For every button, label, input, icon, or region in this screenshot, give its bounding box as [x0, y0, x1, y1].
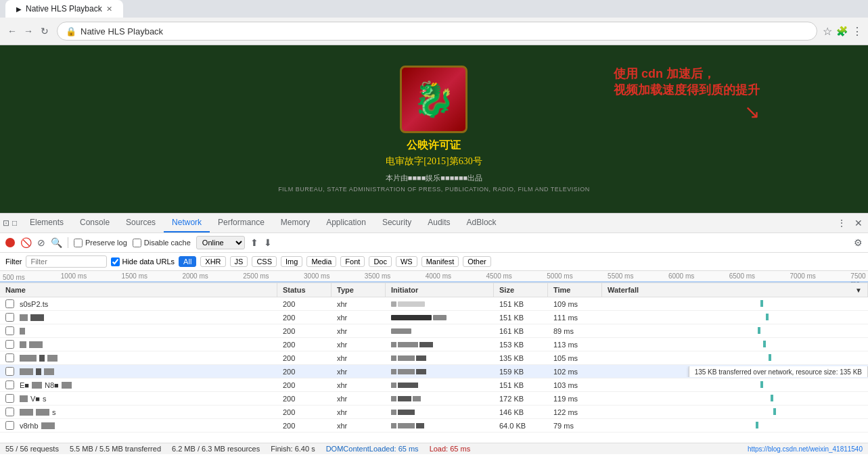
cell-time: 111 ms — [548, 312, 602, 323]
badge-subtitle: 电审故字[2015]第630号 — [278, 155, 590, 168]
cell-initiator — [386, 381, 494, 389]
resources-size: 6.2 MB / 6.3 MB resources — [172, 445, 260, 453]
table-row[interactable]: V■ s 200 xhr 172 KB 119 ms — [0, 392, 868, 405]
tab-memory[interactable]: Memory — [273, 214, 318, 232]
table-row[interactable]: s0sP2.ts 200 xhr 151 KB 109 ms — [0, 297, 868, 311]
filter-js-button[interactable]: JS — [230, 256, 248, 267]
filter-font-button[interactable]: Font — [340, 256, 365, 267]
table-row[interactable]: s 200 xhr 146 KB 122 ms — [0, 405, 868, 419]
throttle-select[interactable]: Online Fast 3G Slow 3G Offline — [196, 236, 245, 249]
tab-close-icon[interactable]: ✕ — [106, 5, 112, 14]
filter-media-button[interactable]: Media — [306, 256, 336, 267]
row-checkbox[interactable] — [5, 340, 14, 349]
devtools-panel-controls: ⊡ □ — [3, 218, 22, 228]
filter-other-button[interactable]: Other — [463, 256, 491, 267]
address-bar[interactable]: 🔒 Native HLS Playback — [57, 22, 817, 41]
cell-name — [0, 366, 277, 377]
close-devtools-icon[interactable]: ✕ — [852, 215, 865, 231]
undock-icon[interactable]: ⊡ — [3, 218, 9, 228]
row-checkbox[interactable] — [5, 353, 14, 362]
extensions-icon[interactable]: 🧩 — [836, 26, 848, 36]
cell-size: 161 KB — [494, 326, 548, 337]
tab-console[interactable]: Console — [72, 214, 118, 232]
cell-type: xhr — [332, 393, 386, 404]
cell-name — [0, 339, 277, 350]
badge-container: 🐉 公映许可证 电审故字[2015]第630号 本片由■■■■娱乐■■■■■■出… — [278, 66, 590, 193]
filter-bar: Filter Hide data URLs All XHR JS CSS Img… — [0, 253, 868, 271]
cell-waterfall — [602, 312, 868, 323]
load-time: Load: 65 ms — [430, 445, 471, 453]
record-button[interactable] — [5, 238, 15, 247]
disable-cache-checkbox[interactable] — [133, 239, 141, 247]
filter-img-button[interactable]: Img — [281, 256, 302, 267]
header-status[interactable]: Status — [277, 283, 332, 297]
tab-network[interactable]: Network — [164, 214, 210, 232]
more-icon[interactable]: ⋮ — [852, 25, 863, 38]
header-waterfall[interactable]: Waterfall ▼ — [602, 283, 868, 297]
row-checkbox[interactable] — [5, 313, 14, 322]
browser-tab[interactable]: ▶ Native HLS Playback ✕ — [5, 0, 123, 18]
tab-security[interactable]: Security — [374, 214, 419, 232]
cell-size: 153 KB — [494, 339, 548, 350]
header-time[interactable]: Time — [548, 283, 602, 297]
row-checkbox[interactable] — [5, 394, 14, 403]
cell-waterfall — [602, 407, 868, 418]
preserve-log-label[interactable]: Preserve log — [74, 239, 127, 247]
table-row[interactable]: v8rhb 200 xhr 64.0 KB 79 ms — [0, 419, 868, 433]
table-row[interactable]: 200 xhr 161 KB 89 ms — [0, 324, 868, 338]
cell-size: 135 KB — [494, 353, 548, 364]
row-checkbox[interactable] — [5, 421, 14, 430]
disable-cache-label[interactable]: Disable cache — [133, 239, 191, 247]
header-initiator[interactable]: Initiator — [386, 283, 494, 297]
filter-all-button[interactable]: All — [179, 256, 196, 267]
more-options-icon[interactable]: ⋮ — [834, 215, 849, 231]
tab-performance[interactable]: Performance — [210, 214, 273, 232]
settings-icon[interactable]: ⚙ — [854, 237, 863, 248]
cell-type: xhr — [332, 380, 386, 391]
cell-initiator — [386, 327, 494, 335]
tab-audits[interactable]: Audits — [419, 214, 458, 232]
forward-button[interactable]: → — [22, 24, 35, 38]
tab-elements[interactable]: Elements — [22, 214, 72, 232]
filter-doc-button[interactable]: Doc — [369, 256, 392, 267]
row-checkbox[interactable] — [5, 408, 14, 416]
bookmark-icon[interactable]: ☆ — [823, 25, 832, 38]
cell-status: 200 — [277, 299, 332, 310]
filter-icon[interactable]: ⊘ — [37, 237, 45, 248]
filter-css-button[interactable]: CSS — [252, 256, 277, 267]
export-icon[interactable]: ⬇ — [264, 237, 272, 248]
tick-7000: 7000 ms — [790, 272, 816, 280]
table-row[interactable]: E■N8■ 200 xhr 151 KB 103 ms — [0, 378, 868, 392]
tick-6500: 6500 ms — [729, 272, 755, 280]
search-icon[interactable]: 🔍 — [51, 237, 62, 248]
preserve-log-checkbox[interactable] — [74, 239, 83, 247]
table-row[interactable]: 200 xhr 159 KB 102 ms 135 KB transferred… — [0, 365, 868, 378]
hide-data-urls-label[interactable]: Hide data URLs — [111, 257, 175, 266]
clear-icon[interactable]: 🚫 — [20, 237, 32, 248]
filter-input[interactable] — [26, 255, 107, 268]
row-checkbox[interactable] — [5, 299, 14, 308]
table-row[interactable]: 200 xhr 135 KB 105 ms — [0, 351, 868, 365]
tab-application[interactable]: Application — [318, 214, 374, 232]
filter-ws-button[interactable]: WS — [396, 256, 417, 267]
cell-initiator — [386, 422, 494, 430]
header-name[interactable]: Name — [0, 283, 277, 297]
import-icon[interactable]: ⬆ — [250, 237, 258, 248]
table-row[interactable]: 200 xhr 151 KB 111 ms — [0, 311, 868, 324]
header-size[interactable]: Size — [494, 283, 548, 297]
hide-data-urls-checkbox[interactable] — [111, 257, 120, 266]
tab-adblock[interactable]: AdBlock — [459, 214, 505, 232]
sort-icon[interactable]: ▼ — [855, 287, 862, 294]
back-button[interactable]: ← — [5, 24, 19, 38]
table-row[interactable]: 200 xhr 153 KB 113 ms — [0, 338, 868, 351]
reload-button[interactable]: ↻ — [38, 24, 51, 38]
filter-manifest-button[interactable]: Manifest — [421, 256, 459, 267]
row-checkbox[interactable] — [5, 326, 14, 335]
cell-initiator — [386, 368, 494, 376]
tab-sources[interactable]: Sources — [118, 214, 164, 232]
row-checkbox[interactable] — [5, 367, 14, 376]
header-type[interactable]: Type — [332, 283, 386, 297]
filter-xhr-button[interactable]: XHR — [200, 256, 225, 267]
panel-toggle-icon[interactable]: □ — [12, 218, 17, 228]
row-checkbox[interactable] — [5, 380, 14, 389]
